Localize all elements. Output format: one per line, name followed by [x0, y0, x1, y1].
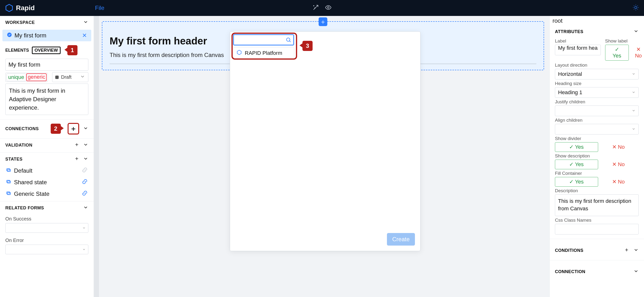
align-children-label: Align children	[555, 118, 639, 123]
tab-overview[interactable]: OVERVIEW	[32, 46, 60, 54]
attributes-header[interactable]: ATTRIBUTES	[550, 24, 644, 38]
left-panel: WORKSPACE My first form ✕ ELEMENTS OVERV…	[0, 16, 94, 297]
justify-children-label: Justify children	[555, 99, 639, 104]
workspace-header[interactable]: WORKSPACE	[0, 16, 94, 28]
form-name-input[interactable]: My first form	[5, 59, 88, 71]
tab-elements[interactable]: ELEMENTS	[5, 48, 29, 53]
link-icon[interactable]	[82, 178, 88, 186]
chevron-down-icon[interactable]	[634, 28, 639, 35]
link-icon[interactable]	[82, 190, 88, 198]
states-header: STATES	[0, 152, 94, 165]
chevron-down-icon[interactable]	[83, 142, 88, 148]
show-description-no[interactable]: No	[598, 160, 639, 169]
css-class-names-label: Css Class Names	[555, 218, 639, 223]
layers-icon	[6, 190, 11, 197]
chevron-down-icon[interactable]	[634, 268, 639, 275]
label-input[interactable]: My first form hea	[555, 45, 601, 55]
validation-title: VALIDATION	[5, 143, 32, 148]
root-breadcrumb: root	[550, 16, 644, 24]
fill-container-no[interactable]: No	[598, 177, 639, 187]
conditions-header[interactable]: CONDITIONS	[550, 243, 644, 256]
callout-1: 1	[67, 45, 78, 55]
chevron-down-icon[interactable]	[83, 156, 88, 162]
show-divider-yes[interactable]: Yes	[555, 142, 598, 152]
related-forms-title: RELATED FORMS	[5, 206, 44, 210]
add-element-button[interactable]: ＋	[318, 18, 327, 26]
sun-icon[interactable]	[632, 4, 639, 12]
connection-title: CONNECTION	[555, 269, 585, 274]
logo-hex-icon	[5, 4, 14, 12]
create-button[interactable]: Create	[387, 233, 415, 246]
connections-header: CONNECTIONS 2 ＋	[0, 120, 94, 137]
show-description-yes[interactable]: Yes	[555, 160, 598, 169]
brand-text: Rapid	[16, 4, 35, 12]
connection-option-label: RAPID Platform	[245, 50, 282, 56]
attributes-title: ATTRIBUTES	[555, 29, 584, 34]
close-icon[interactable]: ✕	[82, 32, 87, 39]
state-item-generic[interactable]: Generic State	[0, 188, 94, 200]
chevron-down-icon[interactable]	[83, 205, 88, 211]
right-panel: root ATTRIBUTES Label My first form hea …	[550, 16, 644, 297]
add-state-button[interactable]	[74, 156, 79, 162]
show-label-yes[interactable]: Yes	[605, 45, 629, 60]
on-error-select[interactable]	[5, 244, 88, 254]
layers-icon	[6, 167, 11, 174]
state-label: Default	[14, 167, 32, 174]
top-center-icons	[312, 4, 332, 12]
heading-size-label: Heading size	[555, 81, 639, 86]
justify-children-select[interactable]	[555, 106, 639, 116]
magic-wand-icon[interactable]	[312, 4, 319, 12]
related-forms-header: RELATED FORMS	[0, 202, 94, 214]
unique-badge[interactable]: unique	[6, 74, 26, 81]
file-menu[interactable]: File	[95, 4, 104, 11]
state-label: Shared state	[14, 179, 47, 186]
state-label: Generic State	[14, 190, 50, 197]
link-icon[interactable]	[82, 167, 88, 174]
canvas: ＋ My first form header This is my first …	[94, 16, 550, 297]
on-error-label: On Error	[0, 235, 94, 244]
topbar: Rapid File	[0, 0, 644, 16]
state-item-default[interactable]: Default	[0, 165, 94, 176]
chevron-down-icon[interactable]	[83, 126, 88, 132]
on-success-select[interactable]	[5, 223, 88, 233]
generic-badge[interactable]: generic	[26, 74, 46, 81]
layers-icon	[6, 179, 11, 186]
canvas-gutter	[94, 16, 99, 297]
workspace-item[interactable]: My first form ✕	[2, 30, 91, 41]
callout-3: 3	[302, 41, 312, 51]
show-label-no[interactable]: No	[629, 45, 644, 60]
connection-search-input[interactable]	[234, 34, 294, 45]
description-textarea[interactable]: This is my first form description from C…	[555, 194, 639, 216]
status-select[interactable]: Draft	[52, 72, 88, 82]
add-validation-button[interactable]	[74, 142, 79, 148]
hexagon-icon	[236, 50, 242, 56]
description-label: Description	[555, 188, 639, 194]
heading-size-select[interactable]: Heading 1	[555, 87, 639, 98]
add-condition-button[interactable]	[624, 248, 629, 254]
eye-icon[interactable]	[325, 4, 332, 12]
fill-container-yes[interactable]: Yes	[555, 177, 598, 187]
connection-option-rapid[interactable]: RAPID Platform	[234, 47, 294, 59]
show-divider-no[interactable]: No	[598, 142, 639, 152]
svg-point-4	[634, 6, 637, 8]
search-icon[interactable]	[286, 37, 291, 44]
align-children-select[interactable]	[555, 124, 639, 134]
layout-direction-label: Layout direction	[555, 62, 639, 68]
connection-picker-modal: RAPID Platform 3 Create	[230, 32, 420, 251]
form-description-textarea[interactable]: This is my first form in Adaptive Design…	[5, 84, 88, 115]
status-dot-icon	[55, 76, 59, 79]
connection-header[interactable]: CONNECTION	[550, 264, 644, 278]
label-label: Label	[555, 38, 601, 44]
check-circle-icon	[7, 32, 12, 39]
chevron-down-icon[interactable]	[634, 247, 639, 254]
add-connection-button[interactable]: ＋	[68, 123, 79, 134]
validation-header: VALIDATION	[0, 138, 94, 151]
chevron-down-icon[interactable]	[83, 19, 88, 26]
state-item-shared[interactable]: Shared state	[0, 176, 94, 188]
svg-point-12	[286, 38, 290, 41]
show-label-label: Show label	[605, 38, 644, 44]
css-class-names-input[interactable]	[555, 224, 639, 234]
layout-direction-select[interactable]: Horizontal	[555, 69, 639, 80]
on-success-label: On Success	[0, 214, 94, 223]
conditions-title: CONDITIONS	[555, 248, 584, 253]
